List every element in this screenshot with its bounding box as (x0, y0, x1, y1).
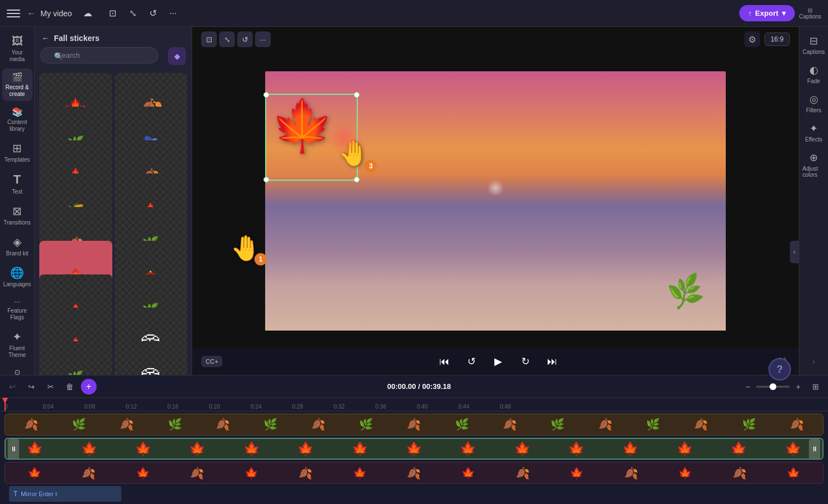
timeline-toolbar: ↩ ↪ ✂ 🗑 + 00:00.00 / 00:39.18 − + ⊞ (0, 375, 828, 398)
sidebar-fluent-label: Fluent Theme (4, 345, 30, 359)
export-button[interactable]: ↑ Export ▾ (739, 5, 795, 21)
video-title: My video (40, 9, 72, 18)
right-panel-adjust[interactable]: ⊕ Adjust colors (802, 148, 826, 181)
fade-label: Fade (807, 78, 820, 84)
hamburger-icon[interactable] (7, 7, 20, 20)
forward-5s-button[interactable]: ↻ (515, 351, 535, 372)
track-video-inner: 🍁 🍁 🍁 🍁 🍁 🍁 🍁 🍁 🍁 🍁 🍁 🍁 🍁 🍁 🍁 (6, 439, 822, 459)
preview-right-controls: ⚙ 16:9 (744, 31, 790, 47)
preview-top-controls: ⊡ ⤡ ↺ ··· ⚙ 16:9 (192, 31, 799, 47)
add-media-button[interactable]: + (81, 379, 97, 395)
sidebar-item-media[interactable]: 🖼 Your media (2, 31, 33, 66)
redo-button[interactable]: ↪ (24, 379, 39, 395)
timeline-total-time: 00:39.18 (422, 382, 451, 391)
right-panel-fade[interactable]: ◐ Fade (802, 61, 826, 88)
right-panel-effects[interactable]: ✦ Effects (802, 119, 826, 146)
playback-main-controls: ⏮ ↺ ▶ ↻ ⏭ (434, 351, 562, 372)
track-maple-10: 🍁 (514, 441, 531, 457)
skip-forward-button[interactable]: ⏭ (542, 351, 562, 372)
brand-icon: ◈ (13, 235, 21, 249)
delete-button[interactable]: 🗑 (62, 379, 78, 395)
track-end-handle[interactable]: ⏸ (809, 439, 820, 459)
adjust-label: Adjust colors (803, 166, 825, 178)
track-bottom-inner: 🍁 🍂 🍁 🍂 🍁 🍂 🍁 🍂 🍁 🍂 🍁 🍂 🍁 🍂 🍁 (5, 462, 823, 483)
sidebar-item-brand[interactable]: ◈ Brand kit (2, 232, 33, 260)
sticker-cell-17[interactable]: 🌿 (39, 341, 112, 375)
track-maple-7: 🍁 (352, 441, 368, 457)
right-collapse-button[interactable]: › (790, 241, 799, 263)
track-bottom-leaf-6: 🍂 (298, 466, 312, 480)
preview-playback-bar: CC+ ⏮ ↺ ▶ ↻ ⏭ ⛶ (192, 348, 799, 375)
text-track[interactable]: T Mirror Enter t (9, 486, 121, 502)
crop-preview-button[interactable]: ⊡ (201, 31, 217, 47)
crop-tool-button[interactable]: ⊡ (103, 4, 121, 22)
top-bar-title: ← My video (27, 8, 72, 19)
track-bottom-leaf-3: 🍁 (136, 466, 150, 480)
stickers-title: Fall stickers (54, 34, 99, 43)
step-badge-1: 1 (254, 253, 267, 265)
zoom-out-icon[interactable]: − (741, 381, 754, 393)
rewind-5s-button[interactable]: ↺ (461, 351, 481, 372)
canvas-sticker-1[interactable]: 🍁 (271, 97, 334, 155)
zoom-thumb (770, 383, 776, 390)
skip-back-button[interactable]: ⏮ (434, 351, 454, 372)
sidebar-item-templates[interactable]: ⊞ Templates (2, 138, 33, 167)
cloud-save-icon[interactable]: ☁ (79, 4, 97, 22)
more-preview-button[interactable]: ··· (255, 31, 271, 47)
timeline-expand-button[interactable]: ⊞ (808, 379, 824, 395)
selection-handle-tr[interactable] (354, 92, 360, 98)
sidebar-item-text[interactable]: T Text (2, 169, 33, 199)
rotate-tool-button[interactable]: ↺ (144, 4, 162, 22)
track-leaf-10: 🌿 (455, 418, 469, 431)
back-button[interactable]: ← (27, 8, 36, 19)
ruler-mark-3: 0:12 (126, 404, 137, 410)
premium-icon-button[interactable]: ◆ (168, 47, 186, 65)
sidebar-item-content[interactable]: 📚 Content library (2, 103, 33, 136)
track-leaf-14: 🌿 (646, 418, 660, 431)
help-button[interactable]: ? (768, 358, 791, 381)
sidebar-item-fluent[interactable]: ✦ Fluent Theme (2, 327, 33, 362)
resize-preview-button[interactable]: ⤡ (219, 31, 235, 47)
zoom-slider[interactable] (756, 386, 790, 388)
play-button[interactable]: ▶ (488, 351, 508, 372)
track-maple-12: 🍁 (622, 441, 639, 457)
sun-glow (487, 180, 504, 196)
captions-panel[interactable]: ⊟ Captions (799, 7, 821, 20)
track-bottom-leaf-13: 🍁 (678, 466, 692, 480)
export-dropdown-icon: ▾ (782, 9, 786, 17)
more-tools-button[interactable]: ··· (164, 4, 182, 22)
ruler-mark-2: 0:08 (84, 404, 95, 410)
track-bottom-sticker[interactable]: 🍁 🍂 🍁 🍂 🍁 🍂 🍁 🍂 🍁 🍂 🍁 🍂 🍁 🍂 🍁 (4, 462, 824, 484)
selection-handle-tl[interactable] (263, 92, 269, 98)
drag-glow-effect (327, 122, 361, 155)
rotate-preview-button[interactable]: ↺ (237, 31, 253, 47)
undo-button[interactable]: ↩ (4, 379, 20, 395)
aspect-ratio-button[interactable]: 16:9 (765, 33, 790, 46)
track-start-handle[interactable]: ⏸ (8, 439, 19, 459)
cut-button[interactable]: ✂ (43, 379, 58, 395)
stickers-panel: ← Fall stickers 🔍 ◆ 🍁 🍂 🌿 🫐 🍁 🍂 🌾 🍁 (35, 27, 192, 375)
right-panel-captions[interactable]: ⊟ Captions (802, 31, 826, 58)
sidebar-item-features[interactable]: ··· Feature Flags (2, 294, 33, 324)
sidebar-item-transitions[interactable]: ⊠ Transitions (2, 201, 33, 230)
resize-tool-button[interactable]: ⤡ (124, 4, 142, 22)
ruler-mark-5: 0:20 (209, 404, 220, 410)
right-panel-filters[interactable]: ◎ Filters (802, 90, 826, 117)
sidebar-item-version[interactable]: ⊙ Version ccfd61f (2, 364, 33, 375)
ruler-mark-4: 0:16 (167, 404, 178, 410)
playhead[interactable] (4, 398, 6, 411)
track-bottom-leaf-14: 🍂 (733, 466, 747, 480)
sidebar-item-record[interactable]: 🎬 Record & create (2, 68, 33, 101)
stickers-back-icon[interactable]: ← (42, 34, 49, 43)
track-maple-4: 🍁 (189, 441, 206, 457)
track-leaf-8: 🌿 (359, 418, 373, 431)
right-panel-collapse-button[interactable]: › (808, 352, 820, 370)
cc-button[interactable]: CC+ (201, 356, 222, 367)
track-sticker-top[interactable]: 🍂 🌿 🍂 🌿 🍂 🌿 🍂 🌿 🍂 🌿 🍂 🌿 🍂 🌿 🍂 🌿 🍂 (4, 414, 824, 436)
track-maple-11: 🍁 (568, 441, 585, 457)
sticker-cell-18[interactable]: ⛱ (115, 341, 188, 375)
track-video-main[interactable]: ⏸ 🍁 🍁 🍁 🍁 🍁 🍁 🍁 🍁 🍁 🍁 🍁 🍁 🍁 🍁 🍁 ⏸ (4, 438, 824, 460)
settings-button[interactable]: ⚙ (744, 31, 760, 47)
zoom-in-icon[interactable]: + (792, 381, 804, 393)
sidebar-item-languages[interactable]: 🌐 Languages (2, 263, 33, 291)
